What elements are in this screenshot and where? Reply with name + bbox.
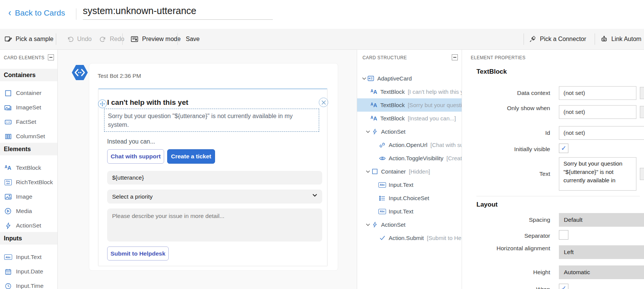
pick-sample-button[interactable]: Pick a sample: [5, 29, 54, 49]
initially-visible-checkbox[interactable]: ✓: [559, 144, 568, 153]
only-show-when-expand-button[interactable]: [640, 106, 644, 118]
tree-node-textblock-2-selected[interactable]: AA TextBlock [Sorry but your question "$…: [357, 98, 462, 112]
palette-item-richtextblock[interactable]: Abcdef RichTextBlock: [0, 175, 57, 190]
tree-node-label: Input.Text: [389, 208, 413, 215]
drag-handle-icon[interactable]: [98, 99, 107, 108]
tree-node-label: TextBlock: [380, 115, 405, 122]
link-automation-button[interactable]: Link Autom: [600, 29, 641, 49]
dismiss-card-icon[interactable]: [319, 98, 328, 107]
card-title-input[interactable]: system:unknown-utterance: [83, 5, 273, 20]
toolbar-separator: [177, 33, 178, 45]
image-icon: [4, 194, 12, 200]
priority-select[interactable]: Select a priority: [107, 190, 322, 204]
toolbar-separator: [524, 33, 524, 45]
tree-node-action-togglevisibility[interactable]: Action.ToggleVisibility [Create a ticket…: [357, 152, 462, 165]
instead-textblock[interactable]: Instead you can...: [107, 138, 155, 145]
palette-item-imageset[interactable]: ImageSet: [0, 100, 57, 115]
textblock-icon: AA: [370, 116, 378, 121]
element-properties-panel: ELEMENT PROPERTIES TextBlock Data contex…: [462, 49, 644, 289]
separator-checkbox[interactable]: [559, 230, 568, 240]
only-show-when-input[interactable]: (not set): [559, 105, 636, 119]
text-expand-button[interactable]: [640, 168, 644, 180]
id-input[interactable]: (not set): [559, 126, 644, 140]
palette-item-factset[interactable]: FactSet: [0, 115, 57, 129]
palette-item-image[interactable]: Image: [0, 190, 57, 204]
chat-sender-timestamp: Test Bot 2:36 PM: [98, 73, 141, 79]
utterance-text-input[interactable]: ${utterance}: [107, 171, 322, 185]
chevron-down-icon[interactable]: [366, 223, 371, 226]
chat-with-support-button[interactable]: Chat with support: [107, 149, 164, 164]
palette-item-actionset[interactable]: ActionSet: [0, 218, 57, 233]
save-label: Save: [186, 36, 199, 43]
tree-node-actionset-1[interactable]: ActionSet: [357, 125, 462, 138]
palette-item-label: RichTextBlock: [16, 179, 53, 186]
card-elements-collapse-button[interactable]: [48, 54, 54, 60]
palette-item-textblock[interactable]: AA TextBlock: [0, 161, 57, 175]
palette-item-input-date[interactable]: Input.Date: [0, 264, 57, 279]
palette-item-media[interactable]: Media: [0, 204, 57, 218]
create-ticket-button[interactable]: Create a ticket: [167, 149, 215, 164]
toolbar-separator: [595, 33, 595, 45]
issue-detail-textarea[interactable]: Please describe your issue in more detai…: [107, 208, 322, 242]
save-button[interactable]: Save: [186, 29, 199, 49]
adaptive-card-preview: I can't help with this yet Sorry but you…: [98, 88, 328, 266]
tree-node-annotation: [Chat with support]: [430, 142, 462, 148]
chevron-down-icon[interactable]: [366, 170, 371, 173]
palette-item-columnset[interactable]: ColumnSet: [0, 129, 57, 144]
back-to-cards-link[interactable]: ‹ Back to Cards: [8, 8, 65, 17]
palette-item-container[interactable]: Container: [0, 86, 57, 100]
section-divider: [476, 196, 640, 196]
text-label: Text: [476, 170, 550, 178]
only-show-when-label: Only show when: [476, 104, 550, 112]
undo-button[interactable]: Undo: [67, 29, 92, 49]
actionset-icon: [371, 222, 378, 227]
tree-node-actionset-2[interactable]: ActionSet: [357, 218, 462, 231]
preview-mode-button[interactable]: Preview mode: [131, 29, 180, 49]
palette-item-label: Media: [16, 208, 32, 215]
chevron-down-icon[interactable]: [366, 130, 371, 133]
tree-node-label: TextBlock: [380, 102, 405, 108]
imageset-icon: [4, 104, 12, 111]
back-chevron-icon: ‹: [8, 8, 11, 17]
horizontal-alignment-select[interactable]: Left: [559, 245, 644, 259]
tree-node-textblock-3[interactable]: AA TextBlock [Instead you can...]: [357, 112, 462, 125]
redo-icon: [100, 36, 106, 43]
spacing-select[interactable]: Default: [559, 213, 644, 227]
redo-button[interactable]: Redo: [100, 29, 124, 49]
priority-select-value: Select a priority: [112, 193, 153, 200]
wrap-checkbox[interactable]: ✓: [559, 284, 568, 289]
link-automation-label: Link Autom: [611, 36, 641, 43]
tree-node-action-openurl[interactable]: Action.OpenUrl [Chat with support]: [357, 138, 462, 152]
palette-item-label: ActionSet: [16, 222, 41, 229]
check-icon: ✓: [561, 284, 566, 289]
tree-node-input-choiceset[interactable]: Input.ChoiceSet: [357, 191, 462, 205]
data-context-input[interactable]: (not set): [559, 86, 636, 100]
card-structure-collapse-button[interactable]: [452, 54, 458, 60]
chevron-down-icon[interactable]: [362, 77, 367, 80]
tree-node-annotation: [I can't help with this yet]: [408, 88, 462, 95]
selected-textblock[interactable]: Sorry but your question "${utterance}" i…: [104, 109, 319, 132]
palette-item-input-time[interactable]: Input.Time: [0, 279, 57, 289]
tree-node-label: ActionSet: [381, 128, 405, 135]
tree-node-annotation: [Sorry but your question "${uttera: [408, 102, 462, 108]
tree-node-adaptivecard[interactable]: AdaptiveCard: [357, 72, 462, 85]
data-context-expand-button[interactable]: [640, 87, 644, 99]
pick-connector-button[interactable]: Pick a Connector: [529, 29, 586, 49]
text-textarea[interactable]: Sorry but your question "${utterance}" i…: [559, 157, 636, 191]
section-inputs: Inputs: [0, 232, 57, 245]
palette-item-label: ImageSet: [16, 104, 41, 111]
initially-visible-label: Initially visible: [476, 145, 550, 153]
plug-icon: [529, 35, 536, 43]
tree-node-action-submit[interactable]: Action.Submit [Submit to Helpdesk]: [357, 231, 462, 245]
tree-node-textblock-1[interactable]: AA TextBlock [I can't help with this yet…: [357, 85, 462, 98]
height-select[interactable]: Automatic: [559, 265, 644, 279]
tree-node-input-text-2[interactable]: Abc Input.Text: [357, 205, 462, 218]
toolbar: Pick a sample Undo Redo: [0, 29, 644, 49]
submit-to-helpdesk-button[interactable]: Submit to Helpdesk: [107, 246, 169, 261]
property-type-title: TextBlock: [476, 68, 507, 76]
card-elements-panel-title: CARD ELEMENTS: [4, 55, 44, 60]
card-structure-panel: CARD STRUCTURE AdaptiveCard AA TextBlock…: [357, 49, 462, 289]
tree-node-container[interactable]: Container [Hidden]: [357, 165, 462, 178]
tree-node-input-text-1[interactable]: Abc Input.Text: [357, 178, 462, 191]
palette-item-input-text[interactable]: Abc Input.Text: [0, 250, 57, 264]
